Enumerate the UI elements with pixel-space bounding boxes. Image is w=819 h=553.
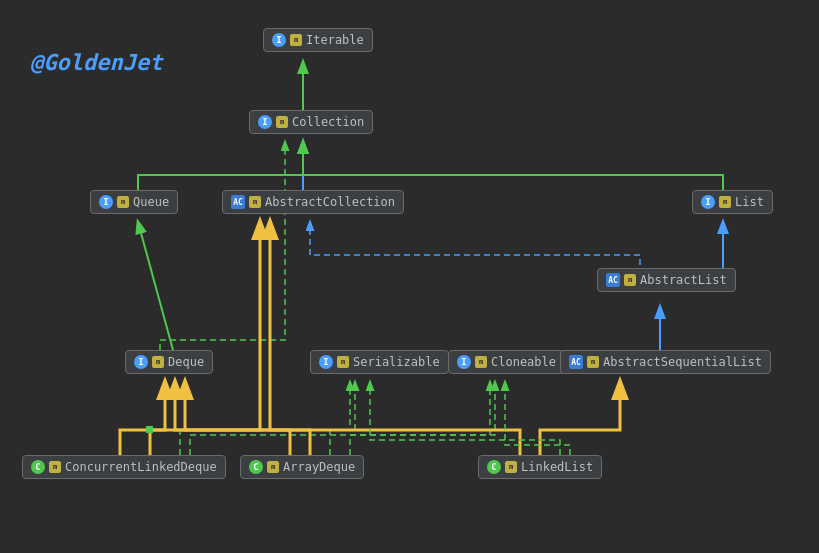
diagram-canvas: @GoldenJet: [0, 0, 819, 553]
module-serializable: m: [337, 356, 349, 368]
label-list: List: [735, 195, 764, 209]
icon-queue: I: [99, 195, 113, 209]
node-cloneable: I m Cloneable: [448, 350, 565, 374]
node-list: I m List: [692, 190, 773, 214]
module-arraydeque: m: [267, 461, 279, 473]
module-linkedlist: m: [505, 461, 517, 473]
module-collection: m: [276, 116, 288, 128]
module-abstractcollection: m: [249, 196, 261, 208]
icon-linkedlist: C: [487, 460, 501, 474]
node-iterable: I m Iterable: [263, 28, 373, 52]
label-linkedlist: LinkedList: [521, 460, 593, 474]
label-abstractlist: AbstractList: [640, 273, 727, 287]
icon-arraydeque: C: [249, 460, 263, 474]
label-arraydeque: ArrayDeque: [283, 460, 355, 474]
icon-abstractsequentiallist: AC: [569, 355, 583, 369]
icon-deque: I: [134, 355, 148, 369]
icon-concurrentlinkeddeque: C: [31, 460, 45, 474]
node-abstractsequentiallist: AC m AbstractSequentialList: [560, 350, 771, 374]
icon-serializable: I: [319, 355, 333, 369]
label-collection: Collection: [292, 115, 364, 129]
node-serializable: I m Serializable: [310, 350, 449, 374]
label-cloneable: Cloneable: [491, 355, 556, 369]
label-queue: Queue: [133, 195, 169, 209]
node-arraydeque: C m ArrayDeque: [240, 455, 364, 479]
label-abstractcollection: AbstractCollection: [265, 195, 395, 209]
icon-list: I: [701, 195, 715, 209]
module-queue: m: [117, 196, 129, 208]
node-abstractlist: AC m AbstractList: [597, 268, 736, 292]
label-abstractsequentiallist: AbstractSequentialList: [603, 355, 762, 369]
label-serializable: Serializable: [353, 355, 440, 369]
module-list: m: [719, 196, 731, 208]
node-deque: I m Deque: [125, 350, 213, 374]
icon-cloneable: I: [457, 355, 471, 369]
module-abstractsequentiallist: m: [587, 356, 599, 368]
watermark-label: @GoldenJet: [30, 50, 162, 75]
icon-collection: I: [258, 115, 272, 129]
module-cloneable: m: [475, 356, 487, 368]
node-abstractcollection: AC m AbstractCollection: [222, 190, 404, 214]
node-queue: I m Queue: [90, 190, 178, 214]
svg-rect-3: [146, 426, 153, 433]
node-linkedlist: C m LinkedList: [478, 455, 602, 479]
module-abstractlist: m: [624, 274, 636, 286]
module-concurrentlinkeddeque: m: [49, 461, 61, 473]
label-deque: Deque: [168, 355, 204, 369]
module-deque: m: [152, 356, 164, 368]
svg-line-2: [138, 222, 173, 350]
node-concurrentlinkeddeque: C m ConcurrentLinkedDeque: [22, 455, 226, 479]
icon-abstractcollection: AC: [231, 195, 245, 209]
label-iterable: Iterable: [306, 33, 364, 47]
module-iterable: m: [290, 34, 302, 46]
node-collection: I m Collection: [249, 110, 373, 134]
icon-abstractlist: AC: [606, 273, 620, 287]
icon-iterable: I: [272, 33, 286, 47]
label-concurrentlinkeddeque: ConcurrentLinkedDeque: [65, 460, 217, 474]
